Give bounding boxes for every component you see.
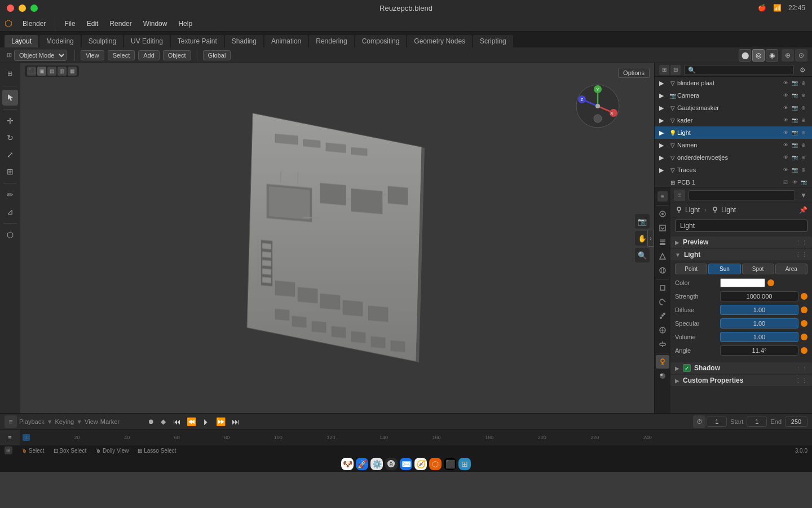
- dock-launchpad[interactable]: 🚀: [356, 458, 368, 470]
- outliner-filter-btn[interactable]: ⊟: [670, 65, 681, 75]
- mac-minimize-button[interactable]: [19, 5, 26, 12]
- view-menu[interactable]: View: [81, 50, 104, 60]
- options-button[interactable]: Options: [618, 68, 650, 78]
- render-toggle[interactable]: ⊕: [800, 166, 807, 174]
- camera-view-btn[interactable]: 📷: [635, 214, 650, 229]
- camera-toggle[interactable]: 📷: [791, 141, 798, 149]
- overlay-icon-5[interactable]: ▦: [68, 67, 77, 76]
- overlay-icon-2[interactable]: ▣: [37, 67, 46, 76]
- marker-menu[interactable]: Marker: [100, 418, 120, 425]
- outliner-item-blindere-plaat[interactable]: ▶ ▽ blindere plaat 👁 📷 ⊕: [655, 77, 812, 89]
- preview-header[interactable]: ▶ Preview ⋮⋮: [670, 237, 812, 248]
- tab-layout[interactable]: Layout: [5, 35, 38, 47]
- outliner-item-camera[interactable]: ▶ 📷 Camera 👁 📷 ⊕: [655, 89, 812, 102]
- tab-sculpting[interactable]: Sculpting: [82, 35, 123, 47]
- overlay-icon-3[interactable]: ▤: [47, 67, 56, 76]
- visibility-toggle[interactable]: 👁: [782, 79, 789, 87]
- outliner-item-light[interactable]: ▶ 💡 Light 👁 📷 ⊕: [655, 126, 812, 139]
- transform-tool[interactable]: ⊞: [2, 164, 18, 179]
- props-filter-btn[interactable]: ▼: [798, 190, 809, 200]
- shadow-enabled-checkbox[interactable]: ✓: [683, 364, 691, 372]
- specular-dot[interactable]: [801, 320, 807, 327]
- mode-selector[interactable]: Object Mode: [14, 50, 67, 61]
- annotate-tool[interactable]: ✏: [2, 187, 18, 203]
- pin-btn[interactable]: 📌: [798, 205, 807, 214]
- constraints-props-tab[interactable]: [656, 338, 669, 351]
- navigation-gizmo[interactable]: X Y Z: [575, 84, 620, 129]
- modifier-props-tab[interactable]: [656, 295, 669, 309]
- outliner-item-kader[interactable]: ▶ ▽ kader 👁 📷 ⊕: [655, 114, 812, 126]
- tab-animation[interactable]: Animation: [264, 35, 308, 47]
- properties-search-input[interactable]: [689, 190, 795, 200]
- tab-modeling[interactable]: Modeling: [39, 35, 81, 47]
- props-mode-btn[interactable]: ≡: [657, 191, 668, 202]
- measure-tool[interactable]: ⊿: [2, 204, 18, 220]
- jump-end-btn[interactable]: ⏭: [230, 416, 241, 427]
- solid-shading-btn[interactable]: ⬤: [739, 49, 751, 62]
- overlay-icon-1[interactable]: ⬛: [27, 67, 36, 76]
- render-toggle[interactable]: ⊕: [800, 104, 807, 112]
- mode-toggle[interactable]: ≡: [8, 434, 11, 441]
- mac-close-button[interactable]: [7, 5, 14, 12]
- particles-props-tab[interactable]: [656, 309, 669, 323]
- visibility-toggle[interactable]: 👁: [782, 129, 789, 137]
- spot-light-btn[interactable]: Spot: [742, 264, 774, 274]
- visibility-toggle[interactable]: 👁: [782, 104, 789, 112]
- view-dropdown[interactable]: View: [85, 418, 98, 425]
- tab-rendering[interactable]: Rendering: [309, 35, 354, 47]
- render-toggle[interactable]: ⊕: [800, 141, 807, 149]
- area-light-btn[interactable]: Area: [775, 264, 807, 274]
- playback-dropdown[interactable]: Playback: [19, 418, 45, 425]
- camera-toggle[interactable]: 📷: [791, 154, 798, 161]
- scale-tool[interactable]: ⤢: [2, 147, 18, 163]
- outliner-item-namen[interactable]: ▶ ▽ Namen 👁 📷 ⊕: [655, 139, 812, 151]
- visibility-toggle[interactable]: 👁: [782, 141, 789, 149]
- outliner-item-traces[interactable]: ▶ ▽ Traces 👁 📷 ⊕: [655, 164, 812, 176]
- zoom-btn[interactable]: 🔍: [635, 248, 650, 262]
- select-tool[interactable]: [2, 90, 18, 106]
- dock-terminal[interactable]: ⬛: [444, 458, 456, 470]
- status-icon[interactable]: ⊞: [5, 446, 12, 454]
- specular-value[interactable]: 1.00: [720, 318, 798, 329]
- render-toggle[interactable]: ⊕: [800, 129, 807, 137]
- timeline-mode-btn[interactable]: ≡: [5, 415, 17, 428]
- shadow-header[interactable]: ▶ ✓ Shadow ⋮⋮: [670, 362, 812, 374]
- global-dropdown[interactable]: Global: [203, 50, 231, 60]
- render-toggle[interactable]: ⊕: [800, 154, 807, 161]
- prev-frame-btn[interactable]: ⏪: [186, 416, 197, 427]
- add-cube-tool[interactable]: ⬡: [2, 227, 18, 243]
- render-toggle[interactable]: ⊕: [800, 91, 807, 99]
- mac-maximize-button[interactable]: [30, 5, 38, 12]
- rendered-btn[interactable]: ◉: [766, 49, 778, 62]
- strength-value[interactable]: 1000.000: [720, 291, 798, 301]
- visibility-toggle[interactable]: 👁: [782, 116, 789, 124]
- output-props-tab[interactable]: [656, 221, 669, 235]
- mac-window-controls[interactable]: [7, 5, 38, 12]
- camera-toggle[interactable]: 📷: [791, 166, 798, 174]
- volume-dot[interactable]: [801, 334, 807, 340]
- menu-render[interactable]: Render: [105, 18, 136, 29]
- diffuse-dot[interactable]: [801, 306, 807, 313]
- end-frame-input[interactable]: [785, 417, 807, 427]
- dock-finder[interactable]: 🐶: [341, 458, 354, 470]
- play-btn[interactable]: ⏵: [201, 416, 212, 427]
- dock-blender[interactable]: ⬡: [429, 458, 442, 470]
- tab-geometry-nodes[interactable]: Geometry Nodes: [407, 35, 472, 47]
- menu-help[interactable]: Help: [174, 18, 197, 29]
- camera-toggle[interactable]: 📷: [791, 91, 798, 99]
- proportional-btn[interactable]: ⊙: [795, 49, 807, 62]
- world-props-tab[interactable]: [656, 264, 669, 277]
- camera-toggle[interactable]: 📷: [791, 79, 798, 87]
- dock-vscode[interactable]: ⊞: [458, 458, 471, 470]
- physics-props-tab[interactable]: [656, 323, 669, 337]
- visibility-toggle[interactable]: 👁: [782, 154, 789, 161]
- light-name-input[interactable]: [675, 220, 807, 232]
- move-tool[interactable]: ✛: [2, 113, 18, 129]
- viewport-3d[interactable]: ⬛ ▣ ▤ ▥ ▦ Options: [20, 63, 654, 413]
- frame-rate-btn[interactable]: ⏱: [693, 415, 705, 428]
- visibility-toggle[interactable]: 👁: [782, 166, 789, 174]
- diffuse-value[interactable]: 1.00: [720, 305, 798, 315]
- dock-settings[interactable]: ⚙️: [370, 458, 383, 470]
- outliner-item-onderdelenvoetjes[interactable]: ▶ ▽ onderdelenvoetjes 👁 📷 ⊕: [655, 151, 812, 164]
- material-props-tab[interactable]: [656, 369, 669, 383]
